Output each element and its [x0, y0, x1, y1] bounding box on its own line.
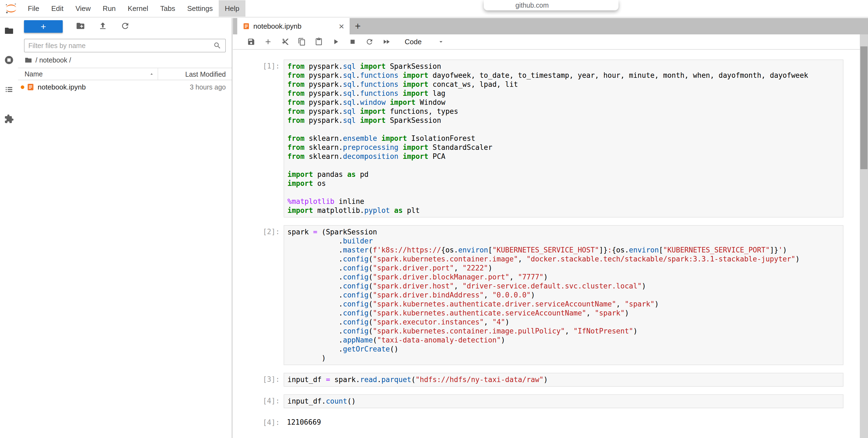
- sort-ascending-icon: [149, 71, 154, 77]
- menu-settings[interactable]: Settings: [181, 0, 219, 17]
- execution-prompt: [4]:: [233, 416, 284, 429]
- stop-kernel-icon[interactable]: [348, 37, 357, 47]
- copy-cells-icon[interactable]: [297, 37, 307, 47]
- notebook-file-icon: [27, 83, 34, 91]
- menu-view[interactable]: View: [69, 0, 97, 17]
- cell-output-area: 12106669: [284, 416, 843, 429]
- extensions-icon[interactable]: [4, 114, 14, 125]
- tab-notebook[interactable]: notebook.ipynb ×: [237, 18, 350, 34]
- file-row[interactable]: notebook.ipynb 3 hours ago: [18, 80, 232, 94]
- vertical-scrollbar[interactable]: [860, 34, 868, 438]
- run-cell-icon[interactable]: [331, 37, 340, 47]
- chevron-down-icon: [437, 38, 444, 45]
- new-folder-icon[interactable]: [76, 21, 85, 32]
- restart-kernel-icon[interactable]: [365, 37, 374, 47]
- table-of-contents-icon[interactable]: [4, 85, 14, 95]
- menu-kernel[interactable]: Kernel: [122, 0, 154, 17]
- tab-close-icon[interactable]: ×: [339, 23, 344, 30]
- cell-editor[interactable]: input_df.count(): [284, 395, 843, 408]
- menu-run[interactable]: Run: [97, 0, 122, 17]
- execution-prompt: [1]:: [233, 59, 284, 217]
- file-browser-toolbar: +: [18, 18, 232, 35]
- new-launcher-button[interactable]: +: [24, 20, 63, 33]
- menu-tabs[interactable]: Tabs: [154, 0, 181, 17]
- menu-file[interactable]: File: [22, 0, 45, 17]
- cut-cells-icon[interactable]: [280, 37, 289, 47]
- code-cell: [2]:spark = (SparkSession .builder .mast…: [233, 225, 843, 365]
- cell-editor[interactable]: spark = (SparkSession .builder .master(f…: [284, 225, 843, 365]
- execution-prompt: [3]:: [233, 373, 284, 387]
- column-header-name[interactable]: Name: [18, 68, 158, 80]
- filter-files-box: [24, 39, 226, 52]
- file-name: notebook.ipynb: [38, 83, 86, 91]
- notebook-toolbar: Code: [233, 34, 868, 50]
- code-cell: [4]:input_df.count(): [233, 395, 843, 408]
- file-list-header: Name Last Modified: [18, 68, 232, 80]
- paste-cells-icon[interactable]: [314, 37, 323, 47]
- popup-domain-text: github.com: [516, 1, 549, 9]
- kernel-running-dot: [21, 85, 24, 89]
- jupyter-logo: [5, 2, 18, 15]
- scrollbar-thumb[interactable]: [860, 47, 867, 169]
- main-dock-panel: notebook.ipynb × +: [233, 18, 868, 438]
- tab-bar: notebook.ipynb × +: [233, 18, 868, 34]
- menu-edit[interactable]: Edit: [45, 0, 69, 17]
- execution-prompt: [4]:: [233, 395, 284, 408]
- code-cell: [1]:from pyspark.sql import SparkSession…: [233, 59, 843, 217]
- menu-bar: File Edit View Run Kernel Tabs Settings …: [0, 0, 868, 18]
- file-browser-icon[interactable]: [4, 26, 14, 36]
- refresh-icon[interactable]: [121, 21, 130, 32]
- cell-editor[interactable]: from pyspark.sql import SparkSessionfrom…: [284, 59, 843, 217]
- file-browser-panel: + / notebook / Name Last Modified: [18, 18, 232, 438]
- notebook-tab-icon: [243, 23, 250, 30]
- tab-title: notebook.ipynb: [253, 22, 301, 31]
- activity-bar: [0, 18, 18, 438]
- upload-icon[interactable]: [98, 21, 107, 32]
- output-cell: [4]:12106669: [233, 416, 843, 429]
- cell-type-dropdown[interactable]: Code: [405, 38, 444, 46]
- file-last-modified: 3 hours ago: [190, 83, 226, 91]
- add-tab-button[interactable]: +: [350, 18, 366, 34]
- notebook-cells: [1]:from pyspark.sql import SparkSession…: [233, 59, 860, 429]
- breadcrumb-path: / notebook /: [35, 56, 71, 64]
- running-kernels-icon[interactable]: [4, 55, 14, 66]
- breadcrumb[interactable]: / notebook /: [18, 52, 232, 68]
- browser-popup-fragment: github.com: [484, 0, 618, 10]
- code-cell: [3]:input_df = spark.read.parquet("hdfs:…: [233, 373, 843, 387]
- column-header-last-modified[interactable]: Last Modified: [158, 68, 232, 80]
- restart-run-all-icon[interactable]: [382, 37, 391, 47]
- save-icon[interactable]: [247, 37, 256, 47]
- notebook-content: [1]:from pyspark.sql import SparkSession…: [233, 50, 860, 438]
- home-folder-icon: [25, 56, 32, 64]
- cell-type-value: Code: [405, 38, 422, 46]
- cell-editor[interactable]: input_df = spark.read.parquet("hdfs://hd…: [284, 373, 843, 387]
- add-cell-icon[interactable]: [264, 37, 273, 47]
- execution-prompt: [2]:: [233, 225, 284, 365]
- search-icon: [213, 41, 221, 50]
- menu-help[interactable]: Help: [219, 0, 245, 17]
- filter-files-input[interactable]: [28, 42, 213, 50]
